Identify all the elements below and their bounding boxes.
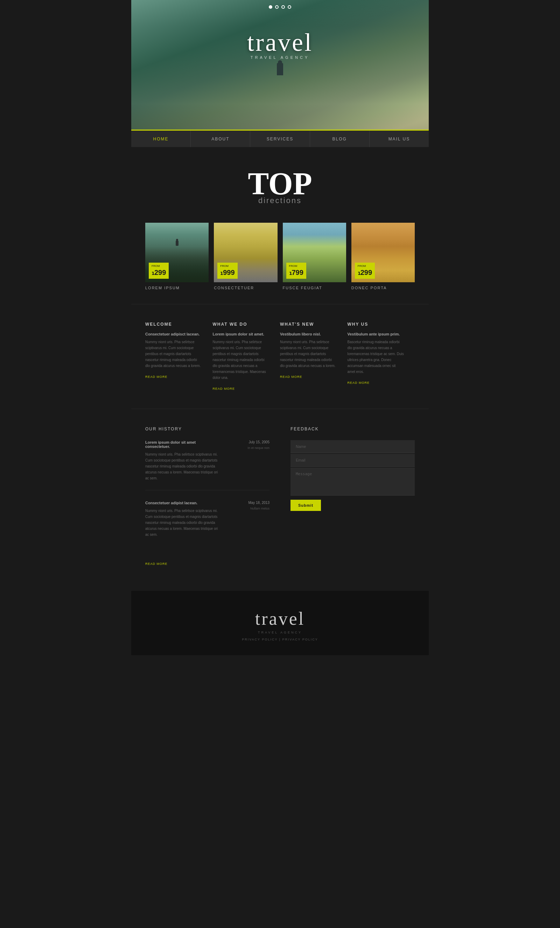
card-3-price: FROM ₁799: [286, 263, 306, 279]
info-whatwedo-readmore[interactable]: READ MORE: [213, 387, 235, 391]
destination-cards: FROM ₁299 LOREM IPSUM FROM ₁999 CONSECTE…: [131, 216, 429, 304]
card-4-price: FROM ₁299: [355, 263, 375, 279]
info-whatsnew: WHAT'S NEW Vestibulum libero nisl. Nummy…: [280, 322, 347, 391]
site-subtitle: TRAVEL AGENCY: [247, 55, 313, 60]
main-nav: HOME ABOUT SERVICES BLOG MAIL US: [131, 130, 429, 147]
history-entry-1-date: July 15, 2005 In et neque non: [227, 440, 269, 481]
dot-1[interactable]: [269, 5, 272, 9]
history-entry-1-note: In et neque non: [248, 446, 269, 450]
info-whatsnew-body: Nummy niont uris. Pha selirtsce sciptiva…: [280, 339, 337, 369]
card-1-from: FROM: [152, 264, 166, 268]
card-1[interactable]: FROM ₁299 LOREM IPSUM: [145, 223, 208, 290]
info-whatwedo: WHAT WE DO Lorem ipsum dolor sit amet. N…: [213, 322, 280, 391]
card-3-from: FROM: [289, 264, 303, 268]
info-section: WELCOME Consectetuer adipisct lacean. Nu…: [131, 304, 429, 409]
history-entry-1: Lorem ipsum dolor sit amet consectetuer.…: [145, 440, 269, 490]
info-whatwedo-subtitle: Lorem ipsum dolor sit amet.: [213, 332, 270, 336]
info-whatsnew-subtitle: Vestibulum libero nisl.: [280, 332, 337, 336]
top-label: TOP: [145, 168, 415, 200]
footer-subtitle: TRAVEL AGENCY: [145, 631, 415, 634]
history-heading: OUR HISTORY: [145, 427, 269, 432]
card-2-name: CONSECTETUER: [214, 286, 277, 290]
history-entry-2-body: Nummy niont uris. Pha selirtsce sciptiva…: [145, 508, 221, 537]
info-welcome: WELCOME Consectetuer adipisct lacean. Nu…: [145, 322, 213, 391]
nav-about[interactable]: ABOUT: [191, 131, 250, 147]
history-entry-1-title: Lorem ipsum dolor sit amet consectetuer.: [145, 440, 221, 449]
card-4-amount: ₁299: [358, 269, 372, 276]
hero-title-block: travel TRAVEL AGENCY: [247, 28, 313, 60]
dot-2[interactable]: [275, 5, 278, 9]
hero-figure: [277, 63, 283, 75]
card-3-amount: ₁799: [289, 269, 303, 276]
card-1-person: [176, 241, 178, 246]
feedback-submit-button[interactable]: Submit: [291, 500, 321, 511]
history-entry-2-note: Nullam metus: [250, 507, 269, 510]
history-entry-2: Consectetuer adipist lacean. Nummy niont…: [145, 501, 269, 546]
nav-home[interactable]: HOME: [131, 131, 191, 147]
card-2-price: FROM ₁999: [218, 263, 237, 279]
history-entry-1-body: Nummy niont uris. Pha selirtsce sciptiva…: [145, 452, 221, 481]
main-content: TOP directions FROM ₁299 LOREM IPSUM FRO…: [131, 147, 429, 584]
card-2[interactable]: FROM ₁999 CONSECTETUER: [214, 223, 277, 290]
top-directions-section: TOP directions: [131, 147, 429, 216]
footer-title: travel: [145, 608, 415, 629]
directions-label: directions: [145, 196, 415, 205]
footer: travel TRAVEL AGENCY PRIVACY POLICY | PR…: [131, 591, 429, 655]
info-whatsnew-readmore[interactable]: READ MORE: [280, 375, 303, 379]
feedback-message-input[interactable]: [291, 467, 415, 496]
nav-mail[interactable]: MAIL US: [370, 131, 429, 147]
hero-section: travel TRAVEL AGENCY: [131, 0, 429, 130]
history-entry-2-date-text: May 18, 2013: [227, 501, 269, 505]
card-3-image: FROM ₁799: [283, 223, 346, 282]
info-welcome-heading: WELCOME: [145, 322, 202, 327]
history-entry-2-text: Consectetuer adipist lacean. Nummy niont…: [145, 501, 221, 537]
card-3[interactable]: FROM ₁799 FUSCE FEUGIAT: [283, 223, 346, 290]
info-whyus: WHY US Vestibulum ante ipsum prim. Basce…: [347, 322, 415, 391]
feedback-email-input[interactable]: [291, 454, 415, 467]
info-whyus-heading: WHY US: [347, 322, 405, 327]
card-1-image: FROM ₁299: [145, 223, 208, 282]
card-1-amount: ₁299: [152, 269, 166, 276]
info-whyus-readmore[interactable]: READ MORE: [347, 381, 370, 385]
card-2-from: FROM: [220, 264, 234, 268]
info-whyus-body: Bascetur riminug maleada odiorbi dlo gra…: [347, 339, 405, 375]
history-feedback-section: OUR HISTORY Lorem ipsum dolor sit amet c…: [131, 409, 429, 584]
card-2-image: FROM ₁999: [214, 223, 277, 282]
history-entry-2-date: May 18, 2013 Nullam metus: [227, 501, 269, 537]
info-welcome-subtitle: Consectetuer adipisct lacean.: [145, 332, 202, 336]
feedback-heading: FEEDBACK: [291, 427, 415, 432]
info-whatsnew-heading: WHAT'S NEW: [280, 322, 337, 327]
card-1-price: FROM ₁299: [149, 263, 169, 279]
card-4-image: FROM ₁299: [352, 223, 415, 282]
feedback-form: Submit: [291, 440, 415, 511]
footer-links[interactable]: PRIVACY POLICY | PRIVACY POLICY: [145, 638, 415, 641]
card-3-name: FUSCE FEUGIAT: [283, 286, 346, 290]
history-column: OUR HISTORY Lorem ipsum dolor sit amet c…: [145, 427, 291, 566]
feedback-column: FEEDBACK Submit: [291, 427, 415, 566]
info-welcome-readmore[interactable]: READ MORE: [145, 375, 167, 379]
card-1-name: LOREM IPSUM: [145, 286, 208, 290]
nav-services[interactable]: SERVICES: [250, 131, 310, 147]
dot-4[interactable]: [288, 5, 291, 9]
card-4-name: DONEC PORTA: [352, 286, 415, 290]
history-entry-2-title: Consectetuer adipist lacean.: [145, 501, 221, 505]
card-2-amount: ₁999: [220, 269, 234, 276]
history-entry-1-text: Lorem ipsum dolor sit amet consectetuer.…: [145, 440, 221, 481]
info-whatwedo-body: Nummy niont uris. Pha selirtsce sciptiva…: [213, 339, 270, 381]
info-whyus-subtitle: Vestibulum ante ipsum prim.: [347, 332, 405, 336]
slider-dots: [269, 5, 291, 9]
feedback-name-input[interactable]: [291, 440, 415, 453]
history-readmore[interactable]: READ MORE: [145, 562, 167, 566]
history-entry-1-date-text: July 15, 2005: [227, 440, 269, 444]
site-title: travel: [247, 28, 313, 57]
info-whatwedo-heading: WHAT WE DO: [213, 322, 270, 327]
info-welcome-body: Nummy niont uris. Pha selirtsce sciptiva…: [145, 339, 202, 369]
card-4[interactable]: FROM ₁299 DONEC PORTA: [352, 223, 415, 290]
card-4-from: FROM: [358, 264, 372, 268]
dot-3[interactable]: [282, 5, 285, 9]
nav-blog[interactable]: BLOG: [310, 131, 370, 147]
